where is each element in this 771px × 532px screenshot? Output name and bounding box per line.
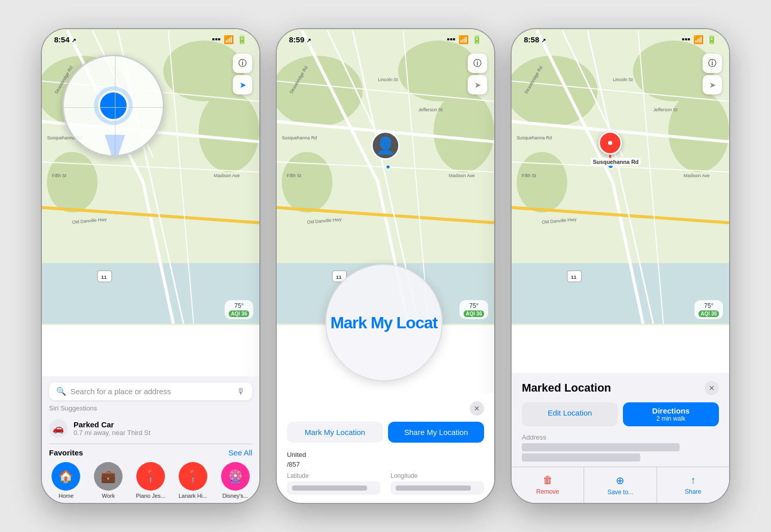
battery-icon-1: 🔋 [237, 35, 247, 44]
coord-row: Latitude Longitude [287, 472, 484, 495]
location-button-2[interactable]: ➤ [468, 75, 487, 94]
svg-text:Susquehanna Rd: Susquehanna Rd [517, 135, 552, 140]
marked-title: Marked Location [522, 381, 611, 395]
fav-home-label: Home [59, 493, 74, 499]
bottom-panel-3: Marked Location ✕ Edit Location Directio… [512, 373, 729, 503]
blue-location-dot [98, 90, 129, 121]
status-time-3: 8:58 ↗ [524, 35, 546, 44]
search-icon: 🔍 [56, 386, 66, 396]
user-location-dot [386, 164, 391, 170]
fav-lanark[interactable]: 📍 Lanark Hi... [176, 462, 210, 499]
fav-piano[interactable]: 📍 Piano Jes... [134, 462, 168, 499]
battery-icon-2: 🔋 [472, 35, 482, 44]
user-avatar: 👤 [371, 131, 400, 160]
trash-icon: 🗑 [543, 474, 553, 486]
home-icon: 🏠 [52, 462, 80, 491]
zoom-mark-label: Mark My Locat [330, 313, 437, 332]
mark-location-button[interactable]: Mark My Location [287, 422, 383, 443]
pin-center-dot [608, 141, 612, 145]
info-button-1[interactable]: ⓘ [233, 54, 252, 73]
svg-text:11: 11 [101, 274, 107, 280]
address-label: Address [522, 433, 719, 441]
svg-text:Susquehanna Rd: Susquehanna Rd [282, 135, 317, 140]
status-bar-3: 8:58 ↗ ▪▪▪ 📶 🔋 [512, 29, 729, 47]
search-bar[interactable]: 🔍 Search for a place or address 🎙 [49, 382, 252, 400]
wifi-icon-3: 📶 [693, 35, 704, 44]
directions-sub: 2 min walk [629, 415, 713, 422]
car-icon: 🚗 [49, 419, 67, 438]
parked-car-item[interactable]: 🚗 Parked Car 0.7 mi away, near Third St [49, 416, 252, 441]
favorites-list: 🏠 Home 💼 Work 📍 Piano Jes... 📍 Lanark Hi… [49, 462, 252, 499]
svg-text:Madison Ave: Madison Ave [449, 173, 475, 178]
aqi-badge-3: AQI 36 [698, 310, 719, 317]
share-button-3[interactable]: ↑ Share [657, 467, 729, 503]
mark-actions: Mark My Location Share My Location [287, 422, 484, 443]
fav-work-label: Work [102, 493, 114, 499]
weather-badge-2: 75° AQI 36 [460, 300, 488, 319]
map-1[interactable]: Strawbridge Rd Susquehanna Rd Old Danvil… [42, 29, 259, 325]
status-bar-2: 8:59 ↗ ▪▪▪ 📶 🔋 [277, 29, 494, 47]
mark-panel: ✕ Mark My Location Share My Location Uni… [277, 393, 494, 503]
battery-icon-3: 🔋 [707, 35, 717, 44]
mic-icon[interactable]: 🎙 [237, 387, 245, 396]
siri-section: Siri Suggestions 🚗 Parked Car 0.7 mi awa… [42, 404, 259, 444]
favorites-title: Favorites [49, 448, 83, 457]
address-section: Address [522, 433, 719, 462]
mark-panel-header: ✕ [287, 401, 484, 416]
wifi-icon-1: 📶 [224, 35, 234, 44]
marked-panel: Marked Location ✕ Edit Location Directio… [512, 373, 729, 462]
work-icon: 💼 [94, 462, 123, 491]
close-button-3[interactable]: ✕ [705, 381, 719, 395]
fav-home[interactable]: 🏠 Home [49, 462, 83, 499]
map-controls-3: ⓘ ➤ [703, 54, 722, 94]
svg-text:Lincoln St: Lincoln St [613, 77, 633, 82]
lanark-icon: 📍 [179, 462, 207, 491]
longitude-value [391, 481, 484, 495]
save-label: Save to... [608, 489, 634, 496]
share-label: Share [685, 488, 701, 495]
location-button-3[interactable]: ➤ [703, 75, 722, 94]
svg-text:Lincoln St: Lincoln St [378, 77, 398, 82]
bottom-panel-2: ✕ Mark My Location Share My Location Uni… [277, 393, 494, 503]
close-button-2[interactable]: ✕ [470, 401, 484, 416]
longitude-field: Longitude [391, 472, 484, 495]
pin-head [598, 131, 622, 155]
fav-disney-label: Disney's... [222, 493, 248, 499]
weather-badge-3: 75° AQI 36 [694, 300, 723, 319]
share-icon: ↑ [690, 474, 695, 486]
weather-temp-1: 75° [234, 302, 244, 309]
status-icons-3: ▪▪▪ 📶 🔋 [682, 35, 717, 44]
svg-text:Fifth St: Fifth St [287, 173, 302, 178]
map-controls-1: ⓘ ➤ [233, 54, 252, 94]
map-3[interactable]: Strawbridge Rd Susquehanna Rd Old Danvil… [512, 29, 729, 325]
fav-disney[interactable]: 🎡 Disney's... [218, 462, 252, 499]
parked-car-name: Parked Car [74, 420, 151, 429]
magnifier-1 [62, 55, 164, 157]
svg-point-31 [668, 91, 729, 173]
fav-lanark-label: Lanark Hi... [179, 493, 207, 499]
location-button-1[interactable]: ➤ [233, 75, 252, 94]
status-bar-1: 8:54 ↗ ▪▪▪ 📶 🔋 [42, 29, 259, 47]
info-button-2[interactable]: ⓘ [468, 54, 487, 73]
fav-work[interactable]: 💼 Work [91, 462, 126, 499]
directions-button[interactable]: Directions 2 min walk [623, 402, 719, 426]
disney-icon: 🎡 [221, 462, 250, 491]
suggestion-info: Parked Car 0.7 mi away, near Third St [74, 420, 151, 437]
signal-icon-2: ▪▪▪ [447, 35, 455, 44]
edit-location-button[interactable]: Edit Location [522, 402, 618, 426]
parked-car-distance: 0.7 mi away, near Third St [74, 429, 151, 437]
see-all-button[interactable]: See All [228, 448, 252, 457]
latitude-field: Latitude [287, 472, 380, 495]
save-to-button[interactable]: ⊕ Save to... [584, 467, 657, 503]
share-location-button[interactable]: Share My Location [388, 422, 484, 443]
phone-2: 8:59 ↗ ▪▪▪ 📶 🔋 Strawbridge Rd Susquehann… [276, 28, 495, 504]
map-controls-2: ⓘ ➤ [468, 54, 487, 94]
info-button-3[interactable]: ⓘ [703, 54, 722, 73]
zoom-circle: Mark My Locat [325, 264, 443, 381]
remove-button[interactable]: 🗑 Remove [512, 467, 584, 503]
remove-label: Remove [536, 488, 559, 495]
pin-location-label: Susquehanna Rd [591, 158, 641, 166]
favorites-section: Favorites See All 🏠 Home 💼 Work 📍 Piano … [42, 444, 259, 503]
marked-header: Marked Location ✕ [522, 381, 719, 395]
weather-temp-3: 75° [704, 302, 713, 309]
